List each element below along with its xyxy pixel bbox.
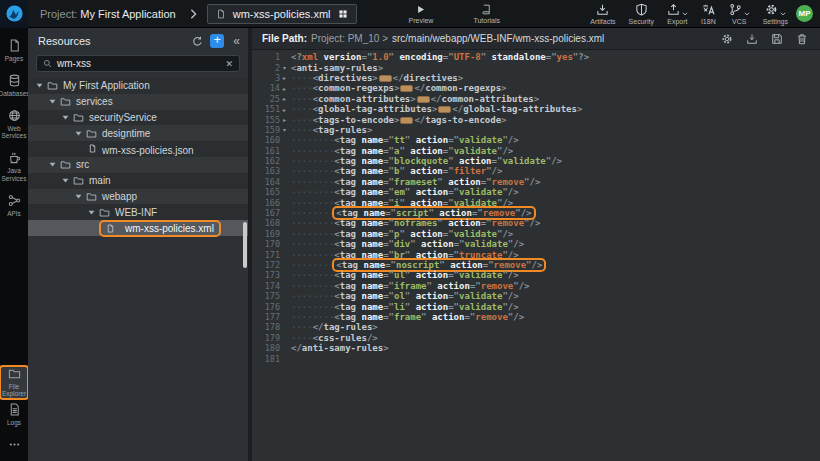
code-line-163[interactable]: 163········<tag name="b" action="filter"…	[252, 166, 820, 176]
tutorials-button[interactable]: Tutorials	[473, 4, 500, 24]
save-icon[interactable]	[771, 33, 783, 45]
caret-down-icon[interactable]	[75, 194, 82, 199]
topbar-item-settings[interactable]: Settings	[763, 3, 788, 25]
sidebar-item-java-services[interactable]: Java Services	[0, 146, 28, 189]
code-line-170[interactable]: 170········<tag name="div" action="valid…	[252, 239, 820, 249]
sidebar-item-logs[interactable]: Logs	[0, 398, 28, 433]
code-line-168[interactable]: 168········<tag name="noframes" action="…	[252, 218, 820, 228]
fold-toggle-icon[interactable]: ▸	[280, 116, 289, 123]
tree-item-label: designtime	[102, 128, 150, 139]
code-line-174[interactable]: 174········<tag name="iframe" action="re…	[252, 281, 820, 291]
line-number: 1	[252, 52, 280, 62]
project-name[interactable]: Project: My First Application	[40, 8, 176, 20]
code-line-1[interactable]: 1<?xml version="1.0" encoding="UTF-8" st…	[252, 52, 820, 62]
code-line-178[interactable]: 178····</tag-rules>	[252, 322, 820, 332]
folded-code-icon[interactable]	[379, 75, 392, 82]
folded-code-icon[interactable]	[400, 85, 413, 92]
code-line-159[interactable]: 159▾····<tag-rules>	[252, 125, 820, 135]
tree-item-designtime[interactable]: designtime	[28, 125, 248, 141]
search-input[interactable]: wm-xss ✕	[36, 55, 240, 72]
settings-icon[interactable]	[721, 33, 733, 45]
tree-item-securityservice[interactable]: securityService	[28, 110, 248, 126]
folded-code-icon[interactable]	[400, 117, 413, 124]
code-line-167[interactable]: 167········<tag name="script" action="re…	[252, 208, 820, 218]
caret-down-icon[interactable]	[62, 178, 69, 183]
fold-toggle-icon[interactable]: ▸	[280, 106, 289, 113]
code-line-3[interactable]: 3▸····<directives></directives>	[252, 73, 820, 83]
code-line-166[interactable]: 166········<tag name="i" action="validat…	[252, 197, 820, 207]
topbar-item-i18n[interactable]: I18N	[701, 3, 716, 25]
line-number: 163	[252, 166, 280, 176]
tree-item-main[interactable]: main	[28, 173, 248, 189]
caret-down-icon[interactable]	[49, 162, 56, 167]
caret-down-icon[interactable]	[62, 115, 69, 120]
tree-item-wm-xss-policies.xml[interactable]: wm-xss-policies.xml	[28, 220, 248, 236]
line-number: 181	[252, 354, 280, 364]
caret-down-icon[interactable]	[88, 210, 95, 215]
code-line-160[interactable]: 160········<tag name="tt" action="valida…	[252, 135, 820, 145]
user-avatar[interactable]: MP	[796, 5, 813, 22]
code-editor[interactable]: 1<?xml version="1.0" encoding="UTF-8" st…	[252, 50, 820, 461]
file-tab[interactable]: wm-xss-policies.xml	[207, 4, 357, 24]
add-resource-button[interactable]: +	[210, 34, 224, 48]
tree-item-wm-xss-policies.json[interactable]: wm-xss-policies.json	[28, 141, 248, 157]
refresh-icon[interactable]	[192, 36, 203, 47]
code-line-2[interactable]: 2▾<anti-samy-rules>	[252, 62, 820, 72]
caret-down-icon[interactable]	[49, 99, 56, 104]
folded-code-icon[interactable]	[438, 106, 451, 113]
caret-down-icon[interactable]	[75, 131, 82, 136]
download-icon[interactable]	[746, 33, 758, 45]
code-line-151[interactable]: 151▸····<global-tag-attributes></global-…	[252, 104, 820, 114]
sidebar-item-file-explorer[interactable]: File Explorer	[1, 367, 27, 399]
folded-code-icon[interactable]	[417, 96, 430, 103]
code-line-165[interactable]: 165········<tag name="em" action="valida…	[252, 187, 820, 197]
panel-scrollbar-thumb[interactable]	[243, 222, 247, 268]
code-line-177[interactable]: 177········<tag name="frame" action="rem…	[252, 312, 820, 322]
collapse-panel-icon[interactable]: «	[231, 34, 242, 48]
delete-icon[interactable]	[796, 33, 808, 45]
code-line-171[interactable]: 171········<tag name="br" action="trunca…	[252, 249, 820, 259]
code-line-155[interactable]: 155▸····<tags-to-encode></tags-to-encode…	[252, 114, 820, 124]
code-line-169[interactable]: 169········<tag name="p" action="validat…	[252, 229, 820, 239]
code-line-176[interactable]: 176········<tag name="li" action="valida…	[252, 301, 820, 311]
fold-toggle-icon[interactable]: ▸	[280, 85, 289, 92]
code-line-14[interactable]: 14▸····<common-regexps></common-regexps>	[252, 83, 820, 93]
topbar-item-artifacts[interactable]: Artifacts	[590, 3, 615, 25]
tree-item-src[interactable]: src	[28, 157, 248, 173]
sidebar-item-apis[interactable]: APIs	[0, 189, 28, 224]
line-number: 151	[252, 104, 280, 114]
tree-item-web-inf[interactable]: WEB-INF	[28, 204, 248, 220]
sidebar-item-pages[interactable]: Pages	[0, 34, 28, 69]
code-line-164[interactable]: 164········<tag name="frameset" action="…	[252, 177, 820, 187]
topbar-item-security[interactable]: Security	[629, 3, 654, 25]
topbar-item-export[interactable]: Export	[667, 3, 688, 25]
code-line-161[interactable]: 161········<tag name="a" action="validat…	[252, 146, 820, 156]
line-number: 171	[252, 250, 280, 260]
code-line-162[interactable]: 162········<tag name="blockquote" action…	[252, 156, 820, 166]
sidebar-item-label: Databases	[0, 90, 30, 98]
code-line-25[interactable]: 25▸····<common-attributes></common-attri…	[252, 94, 820, 104]
app-logo-icon[interactable]	[0, 0, 28, 28]
tree-item-my-first-application[interactable]: My First Application	[28, 78, 248, 94]
topbar-item-vcs[interactable]: VCS	[729, 3, 750, 25]
fold-toggle-icon[interactable]: ▸	[280, 95, 289, 102]
code-line-181[interactable]: 181	[252, 353, 820, 363]
fold-toggle-icon[interactable]: ▸	[280, 74, 289, 81]
code-line-175[interactable]: 175········<tag name="ol" action="valida…	[252, 291, 820, 301]
code-line-172[interactable]: 172········<tag name="noscript" action="…	[252, 260, 820, 270]
code-line-173[interactable]: 173········<tag name="ul" action="valida…	[252, 270, 820, 280]
settings-icon	[765, 3, 778, 16]
code-line-180[interactable]: 180</anti-samy-rules>	[252, 343, 820, 353]
sidebar-item-databases[interactable]: Databases	[0, 69, 28, 104]
preview-button[interactable]: Preview	[409, 4, 434, 24]
code-line-179[interactable]: 179····<css-rules/>	[252, 333, 820, 343]
caret-down-icon[interactable]	[36, 83, 43, 88]
tree-item-services[interactable]: services	[28, 94, 248, 110]
grid-icon[interactable]	[338, 9, 348, 19]
fold-toggle-icon[interactable]: ▾	[280, 126, 289, 133]
sidebar-item-more[interactable]	[0, 433, 28, 457]
sidebar-item-web-services[interactable]: Web Services	[0, 104, 28, 147]
fold-toggle-icon[interactable]: ▾	[280, 64, 289, 71]
tree-item-webapp[interactable]: webapp	[28, 189, 248, 205]
clear-search-icon[interactable]: ✕	[225, 59, 233, 69]
